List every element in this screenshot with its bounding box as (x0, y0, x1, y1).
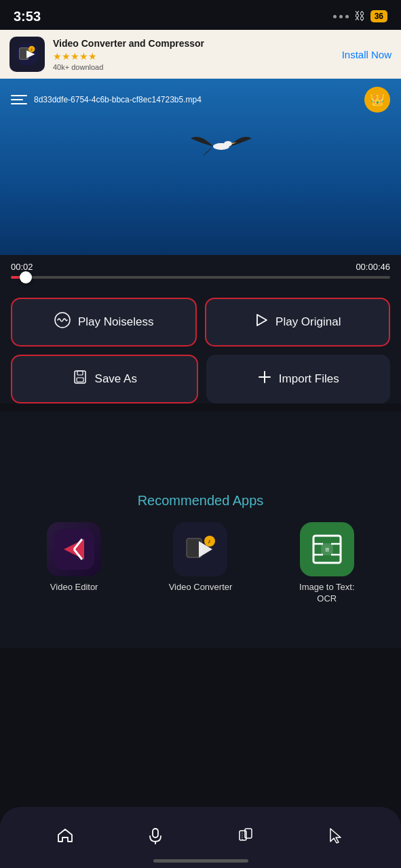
time-labels: 00:02 00:00:46 (11, 262, 390, 272)
play-original-label: Play Original (275, 315, 341, 329)
play-original-button[interactable]: Play Original (205, 298, 391, 347)
svg-marker-8 (257, 315, 267, 326)
svg-text:≡: ≡ (325, 545, 329, 553)
ad-banner: ♪ Video Converter and Compressor ★★★★★ 4… (0, 30, 401, 79)
mic-icon (147, 827, 164, 848)
ad-downloads: 40k+ download (53, 63, 334, 71)
app-icon-video-converter: ♪ (173, 522, 227, 576)
bottom-spacer (0, 621, 401, 648)
playback-buttons-row: Play Noiseless Play Original (11, 298, 390, 347)
svg-rect-31 (153, 829, 158, 837)
save-as-label: Save As (95, 372, 137, 386)
import-files-button[interactable]: Import Files (206, 355, 391, 403)
filename-label: 8d33ddfe-6754-4c6b-bbca-cf8ec14723b5.mp4 (34, 95, 364, 104)
nav-mic[interactable] (136, 821, 175, 854)
app-name-ocr: Image to Text: OCR (293, 582, 361, 605)
nav-home[interactable] (45, 821, 85, 854)
nav-cursor[interactable] (316, 821, 356, 854)
play-noiseless-button[interactable]: Play Noiseless (11, 298, 197, 347)
install-now-button[interactable]: Install Now (342, 49, 392, 60)
ad-app-icon: ♪ (9, 37, 45, 72)
status-bar: 3:53 ⛓ 36 (0, 0, 401, 30)
music-icon (237, 827, 254, 848)
player-container: 8d33ddfe-6754-4c6b-bbca-cf8ec14723b5.mp4… (0, 79, 401, 255)
play-noiseless-label: Play Noiseless (78, 315, 154, 329)
total-time: 00:00:46 (356, 262, 390, 272)
svg-text:♪: ♪ (31, 47, 33, 52)
svg-rect-9 (75, 371, 85, 383)
plus-icon (257, 370, 272, 389)
apps-row: Video Editor ♪ Video Converter (11, 522, 390, 605)
svg-point-6 (224, 141, 232, 146)
ad-title: Video Converter and Compressor (53, 38, 334, 49)
content-spacer (0, 412, 401, 479)
ad-stars: ★★★★★ (53, 51, 334, 62)
app-icon-video-editor (47, 522, 101, 576)
app-item-ocr[interactable]: ≡ Image to Text: OCR (293, 522, 361, 605)
svg-rect-11 (77, 378, 83, 382)
save-icon (72, 369, 88, 389)
save-import-buttons-row: Save As Import Files (11, 355, 390, 403)
cursor-icon (327, 827, 345, 848)
battery-badge: 36 (370, 10, 387, 22)
status-right: ⛓ 36 (333, 10, 387, 22)
app-item-video-converter[interactable]: ♪ Video Converter (166, 522, 234, 593)
save-as-button[interactable]: Save As (11, 355, 198, 403)
app-item-video-editor[interactable]: Video Editor (40, 522, 108, 593)
recommended-section: Recommended Apps Video Editor (0, 479, 401, 621)
home-bar (153, 859, 248, 863)
svg-rect-10 (77, 371, 83, 375)
app-name-video-converter: Video Converter (169, 582, 233, 593)
progress-bar[interactable] (11, 276, 390, 279)
signal-icon (333, 15, 349, 18)
import-files-label: Import Files (279, 372, 339, 386)
bird-image (187, 119, 255, 176)
link-icon: ⛓ (354, 10, 365, 22)
menu-button[interactable] (11, 95, 27, 104)
svg-text:♪: ♪ (208, 538, 211, 545)
app-name-video-editor: Video Editor (50, 582, 98, 593)
recommended-title: Recommended Apps (11, 493, 390, 509)
progress-thumb[interactable] (20, 271, 32, 283)
status-time: 3:53 (14, 9, 41, 24)
actions-area: Play Noiseless Play Original Save As (0, 288, 401, 403)
waveform-icon (54, 311, 71, 333)
ad-text: Video Converter and Compressor ★★★★★ 40k… (53, 38, 334, 71)
home-icon (56, 827, 74, 848)
crown-button[interactable]: 👑 (364, 87, 390, 113)
player-header: 8d33ddfe-6754-4c6b-bbca-cf8ec14723b5.mp4… (0, 79, 401, 121)
app-icon-ocr: ≡ (300, 522, 354, 576)
current-time: 00:02 (11, 262, 33, 272)
play-icon (254, 313, 269, 332)
nav-music[interactable] (226, 821, 265, 854)
timeline-area: 00:02 00:00:46 (0, 255, 401, 288)
